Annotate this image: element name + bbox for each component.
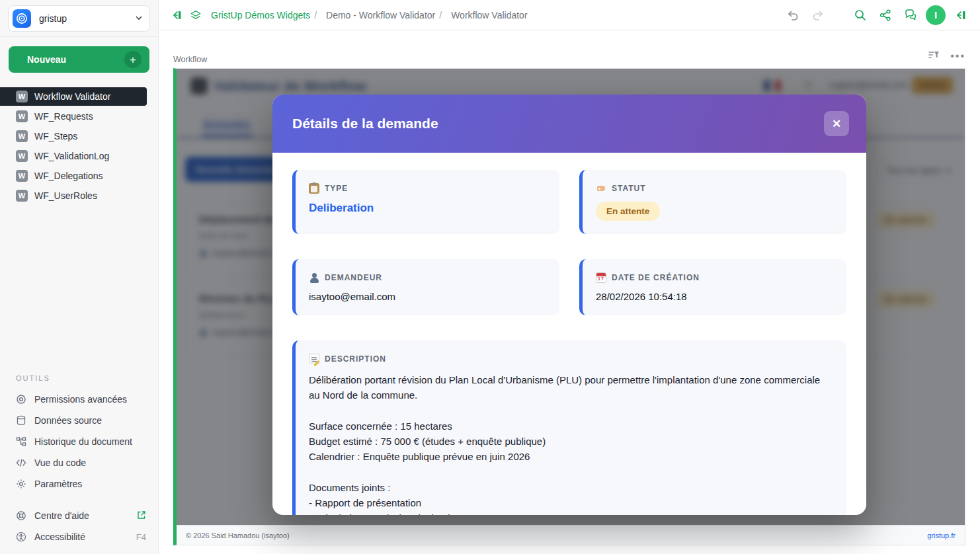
new-button-label: Nouveau — [27, 54, 66, 65]
sidebar-item-workflow-validator[interactable]: W Workflow Validator — [0, 87, 147, 106]
status-card: STATUT En attente — [579, 170, 846, 234]
request-details-modal: Détails de la demande ✕ TYPE Deliberatio… — [272, 95, 866, 515]
more-options-icon[interactable]: ••• — [950, 54, 965, 58]
page-badge: W — [16, 190, 28, 202]
created-label: DATE DE CRÉATION — [612, 273, 700, 282]
calendar-icon — [596, 272, 606, 283]
workspace-name: gristup — [39, 13, 135, 24]
modal-header: Détails de la demande ✕ — [272, 95, 866, 153]
close-icon[interactable]: ✕ — [824, 111, 849, 136]
page-badge: W — [16, 170, 28, 182]
copyright-text: © 2026 Said Hamadou (isaytoo) — [186, 532, 290, 539]
tool-raw-data[interactable]: Données source — [0, 410, 158, 431]
tool-label: Vue du code — [34, 457, 86, 468]
page-badge: W — [16, 150, 28, 162]
type-label: TYPE — [325, 184, 348, 193]
page-badge: W — [16, 91, 28, 102]
requester-card: DEMANDEUR isaytoo@email.com — [292, 259, 559, 315]
comments-icon[interactable] — [901, 5, 920, 25]
gear-icon — [16, 479, 26, 489]
person-icon — [309, 272, 319, 283]
history-icon — [16, 436, 26, 447]
widget-footer: © 2026 Said Hamadou (isaytoo) gristup.fr — [177, 525, 965, 545]
breadcrumb-page: Workflow Validator — [451, 10, 527, 20]
requester-value: isaytoo@email.com — [309, 291, 546, 302]
tool-label: Permissions avancées — [34, 394, 127, 405]
plus-icon: + — [124, 51, 142, 68]
widget-section-row: Workflow ••• — [159, 40, 980, 68]
share-icon[interactable] — [876, 5, 895, 25]
type-card: TYPE Deliberation — [292, 170, 559, 234]
code-icon — [16, 457, 26, 468]
undo-icon[interactable] — [783, 5, 803, 25]
gristup-logo-icon — [13, 9, 31, 28]
modal-title: Détails de la demande — [292, 116, 438, 132]
tag-icon — [596, 183, 606, 194]
tools-section-header: OUTILS — [0, 374, 158, 382]
tool-settings[interactable]: Paramètres — [0, 473, 158, 495]
accessibility-label: Accessibilité — [34, 532, 85, 542]
memo-icon — [309, 354, 319, 364]
tool-document-history[interactable]: Historique du document — [0, 431, 158, 452]
sidebar-item-wf-userroles[interactable]: W WF_UserRoles — [0, 186, 147, 205]
accessibility-icon — [16, 532, 26, 542]
left-sidebar: gristup Nouveau + W Workflow Validator W… — [0, 0, 159, 554]
collapse-left-panel-icon[interactable] — [166, 5, 186, 25]
modal-body: TYPE Deliberation STATUT En attente DEMA… — [272, 153, 866, 515]
tool-label: Paramètres — [34, 479, 82, 489]
created-card: DATE DE CRÉATION 28/02/2026 10:54:18 — [579, 259, 846, 315]
clipboard-icon — [309, 183, 319, 194]
page-label: WF_UserRoles — [34, 190, 97, 201]
user-avatar[interactable]: I — [926, 5, 946, 25]
description-label: DESCRIPTION — [325, 354, 386, 364]
requester-label: DEMANDEUR — [325, 273, 382, 282]
pages-list: W Workflow Validator W WF_Requests W WF_… — [0, 87, 158, 206]
gristup-link[interactable]: gristup.fr — [927, 532, 956, 539]
breadcrumb-document[interactable]: Demo - Workflow Validator — [326, 10, 435, 20]
tool-permissions[interactable]: Permissions avancées — [0, 389, 158, 410]
new-button[interactable]: Nouveau + — [9, 46, 149, 73]
page-badge: W — [16, 110, 28, 122]
section-label: Workflow — [173, 55, 207, 64]
access-rules-icon — [16, 394, 26, 405]
search-icon[interactable] — [850, 5, 870, 25]
accessibility-item[interactable]: Accessibilité F4 — [0, 526, 158, 547]
accessibility-shortcut: F4 — [136, 532, 146, 542]
breadcrumb-workspace[interactable]: GristUp Démos Widgets — [211, 10, 310, 20]
sidebar-item-wf-validationlog[interactable]: W WF_ValidationLog — [0, 147, 147, 165]
tool-label: Données source — [34, 415, 102, 426]
status-badge: En attente — [596, 202, 660, 221]
layers-icon — [186, 5, 206, 25]
description-value: Délibération portant révision du Plan Lo… — [309, 372, 833, 515]
breadcrumb-separator: / — [314, 10, 317, 20]
help-center-item[interactable]: Centre d'aide — [0, 505, 158, 526]
chevron-down-icon — [135, 13, 143, 24]
page-badge: W — [16, 130, 28, 142]
status-label: STATUT — [612, 184, 646, 193]
page-label: Workflow Validator — [34, 91, 110, 102]
tool-code-view[interactable]: Vue du code — [0, 452, 158, 473]
external-link-icon — [137, 510, 146, 522]
help-label: Centre d'aide — [34, 510, 89, 521]
sidebar-item-wf-delegations[interactable]: W WF_Delegations — [0, 167, 147, 185]
breadcrumb-separator: / — [439, 10, 442, 20]
type-value: Deliberation — [309, 202, 546, 215]
page-label: WF_Delegations — [34, 171, 103, 181]
page-label: WF_ValidationLog — [34, 151, 109, 161]
created-value: 28/02/2026 10:54:18 — [596, 291, 833, 302]
database-icon — [16, 415, 26, 426]
page-label: WF_Requests — [34, 111, 93, 122]
filter-icon[interactable] — [928, 50, 940, 63]
top-bar: GristUp Démos Widgets / Demo - Workflow … — [159, 0, 980, 30]
sidebar-item-wf-steps[interactable]: W WF_Steps — [0, 127, 147, 145]
page-label: WF_Steps — [34, 131, 77, 141]
workspace-selector[interactable]: gristup — [8, 5, 150, 32]
tool-label: Historique du document — [34, 436, 132, 447]
life-ring-icon — [16, 510, 26, 521]
collapse-right-panel-icon[interactable] — [951, 5, 971, 25]
sidebar-item-wf-requests[interactable]: W WF_Requests — [0, 107, 147, 126]
description-card: DESCRIPTION Délibération portant révisio… — [292, 340, 846, 515]
redo-icon[interactable] — [808, 5, 828, 25]
